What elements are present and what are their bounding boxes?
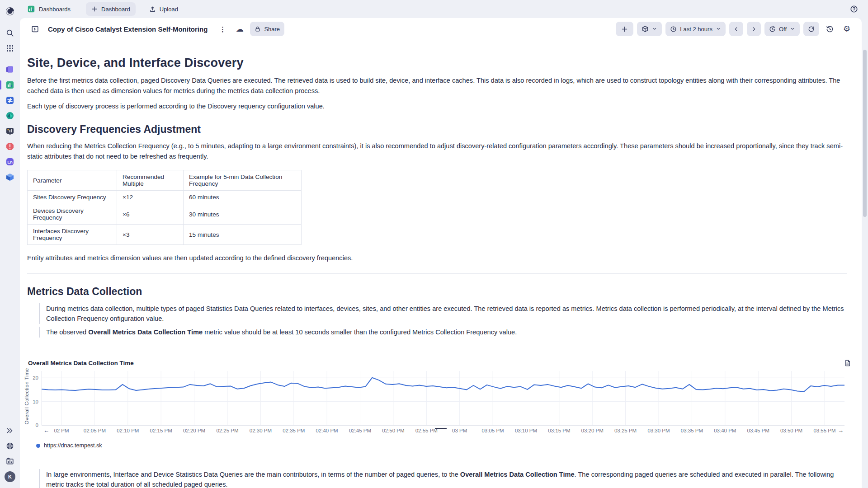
double-chevron-right-icon xyxy=(6,427,14,435)
dashboard-menu-button[interactable]: ⋮ xyxy=(216,22,229,36)
breadcrumb[interactable]: Dashboards xyxy=(27,5,71,13)
history-button[interactable] xyxy=(823,22,836,36)
panel-header[interactable]: Overall Metrics Data Collection Time xyxy=(23,356,856,367)
sidebar-app-en[interactable]: En xyxy=(3,154,17,169)
metrics-quote-2: The observed Overall Metrics Data Collec… xyxy=(39,327,847,338)
upload-label: Upload xyxy=(160,6,178,13)
add-panel-button[interactable] xyxy=(616,22,633,36)
svg-text:02:10 PM: 02:10 PM xyxy=(117,428,139,433)
grafana-logo[interactable] xyxy=(3,4,17,19)
cube-icon xyxy=(642,25,649,33)
annotation-marker[interactable] xyxy=(435,428,447,429)
svg-text:02:35 PM: 02:35 PM xyxy=(283,428,305,433)
sidebar-app-transfers[interactable] xyxy=(3,93,17,108)
usage-insights-button[interactable] xyxy=(3,454,17,469)
svg-text:03:25 PM: 03:25 PM xyxy=(614,428,637,433)
refresh-button[interactable] xyxy=(803,22,819,36)
help-button[interactable] xyxy=(847,2,861,16)
settings-button[interactable]: ⚙ xyxy=(840,22,854,36)
time-range-label: Last 2 hours xyxy=(680,26,712,33)
refresh-interval-label: Off xyxy=(779,26,787,33)
search-icon xyxy=(6,29,14,37)
time-shift-back-button[interactable] xyxy=(729,22,743,36)
auto-refresh-picker[interactable]: Off xyxy=(764,22,800,36)
chart-area: Overall Collection Time 02 PM02:05 PM02:… xyxy=(23,367,856,438)
metrics-quote-1: During metrics data collection, multiple… xyxy=(39,303,847,324)
panel-description-icon[interactable] xyxy=(844,360,851,366)
upload-button[interactable]: Upload xyxy=(149,6,178,13)
svg-text:02:40 PM: 02:40 PM xyxy=(316,428,338,433)
cell-example: 30 minutes xyxy=(184,204,302,225)
svg-text:03:10 PM: 03:10 PM xyxy=(515,428,537,433)
plus-icon xyxy=(91,6,98,12)
chart-monitor-icon xyxy=(6,457,14,465)
share-label: Share xyxy=(264,26,280,33)
sidebar-bottom: K xyxy=(3,423,17,484)
table-row: Interfaces Discovery Frequency ×3 15 min… xyxy=(28,225,302,245)
sidebar-app-topology[interactable] xyxy=(3,108,17,123)
chart-legend[interactable]: https://dnac.tempest.sk xyxy=(23,438,856,453)
svg-text:En: En xyxy=(7,160,13,164)
svg-text:10: 10 xyxy=(33,399,38,404)
column-header: Parameter xyxy=(28,170,117,191)
cloud-sync-button[interactable]: ☁ xyxy=(233,22,246,36)
cell-parameter: Sites Discovery Frequency xyxy=(28,191,117,204)
question-circle-icon xyxy=(850,5,858,13)
sidebar-app-monitoring[interactable] xyxy=(3,123,17,139)
tab-dashboard[interactable]: Dashboard xyxy=(86,2,136,16)
panel-outline-toggle[interactable] xyxy=(28,22,42,36)
left-sidebar: En K xyxy=(0,0,20,488)
time-range-picker[interactable]: Last 2 hours xyxy=(665,22,726,36)
search-button[interactable] xyxy=(3,25,17,41)
share-button[interactable]: Share xyxy=(250,22,284,36)
help-support-button[interactable] xyxy=(3,438,17,454)
cell-example: 60 minutes xyxy=(184,191,302,204)
section-divider xyxy=(27,273,847,274)
kebab-icon: ⋮ xyxy=(219,26,226,33)
legend-swatch xyxy=(36,444,40,448)
svg-text:03 PM: 03 PM xyxy=(452,428,467,433)
plus-icon xyxy=(621,26,628,33)
cell-parameter: Interfaces Discovery Frequency xyxy=(28,225,117,245)
cell-parameter: Devices Discovery Frequency xyxy=(28,204,117,225)
cell-example: 15 minutes xyxy=(184,225,302,245)
sidebar-app-alerts[interactable] xyxy=(3,139,17,154)
storage-app-icon xyxy=(5,173,14,182)
grafana-logo-icon xyxy=(5,6,15,16)
history-icon xyxy=(826,25,834,33)
dashboards-app-icon xyxy=(5,80,14,89)
expand-sidebar-button[interactable] xyxy=(3,423,17,438)
entity-attributes-note: Entity attributes and metrics dimension … xyxy=(27,253,847,263)
sidebar-app-collections[interactable] xyxy=(3,62,17,77)
sidebar-app-storage[interactable] xyxy=(3,169,17,185)
svg-text:03:55 PM: 03:55 PM xyxy=(813,428,835,433)
table-row: Sites Discovery Frequency ×12 60 minutes xyxy=(28,191,302,204)
scrollbar-thumb[interactable] xyxy=(863,50,867,217)
sidebar-divider xyxy=(4,59,16,59)
sidebar-app-dashboards[interactable] xyxy=(3,77,17,93)
large-environments-quote: In large environments, Interface and Dev… xyxy=(39,469,847,488)
dashboard-title: Copy of Cisco Catalyst Extension Self-Mo… xyxy=(48,25,208,33)
discovery-paragraph: Before the first metrics data collection… xyxy=(27,75,847,96)
legend-label[interactable]: https://dnac.tempest.sk xyxy=(44,442,102,449)
apps-grid-icon xyxy=(6,45,14,52)
cell-multiple: ×6 xyxy=(117,204,184,225)
panel-overall-collection-time: Overall Metrics Data Collection Time Ove… xyxy=(22,356,857,454)
chevron-down-icon xyxy=(716,26,721,32)
svg-text:02:05 PM: 02:05 PM xyxy=(84,428,106,433)
cell-multiple: ×3 xyxy=(117,225,184,245)
environment-dropdown[interactable] xyxy=(637,22,662,36)
quote-bold: Overall Metrics Data Collection Time xyxy=(88,328,203,336)
time-shift-forward-button[interactable] xyxy=(747,22,761,36)
apps-grid-button[interactable] xyxy=(3,41,17,56)
overall-collection-time-chart[interactable]: 02 PM02:05 PM02:10 PM02:15 PM02:20 PM02:… xyxy=(25,367,849,436)
chevron-left-icon xyxy=(733,26,739,32)
column-header: Recommended Multiple xyxy=(117,170,184,191)
svg-text:02:15 PM: 02:15 PM xyxy=(150,428,172,433)
upload-icon xyxy=(149,6,156,13)
page-scrollbar[interactable] xyxy=(862,18,868,488)
user-avatar[interactable]: K xyxy=(3,469,17,484)
refresh-clock-icon xyxy=(769,26,776,33)
svg-text:03:40 PM: 03:40 PM xyxy=(714,428,736,433)
dashboard-toolbar: Copy of Cisco Catalyst Extension Self-Mo… xyxy=(20,18,862,40)
